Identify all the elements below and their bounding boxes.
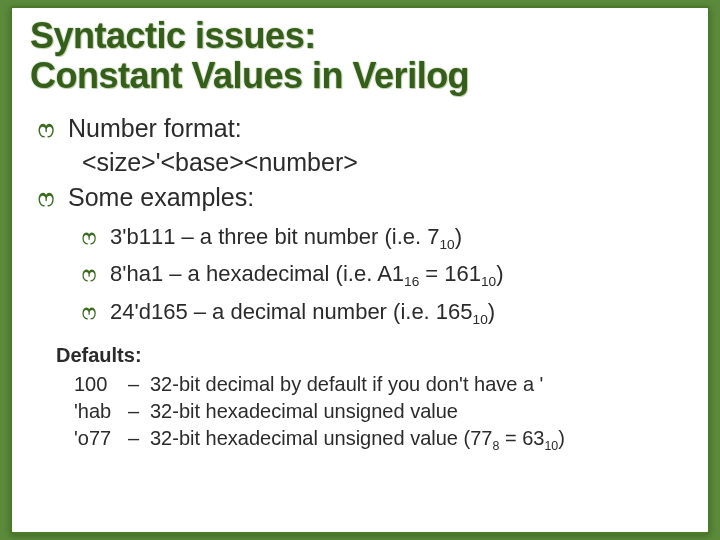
default-text: 32-bit hexadecimal unsigned value xyxy=(150,400,458,422)
subscript: 10 xyxy=(440,237,455,252)
example-code: 24'd165 xyxy=(110,299,188,324)
example-code: 8'ha1 xyxy=(110,261,163,286)
slide: Syntactic issues: Constant Values in Ver… xyxy=(10,6,710,534)
bullet-some-examples: ෆSome examples: xyxy=(38,180,690,215)
default-row-3: 'o77–32-bit hexadecimal unsigned value (… xyxy=(74,425,690,452)
default-row-1: 100–32-bit decimal by default if you don… xyxy=(74,371,690,398)
default-key: 100 xyxy=(74,371,128,398)
default-key: 'o77 xyxy=(74,425,128,452)
example-desc-b: ) xyxy=(455,224,462,249)
text: Number format: xyxy=(68,114,242,142)
bullet-icon: ෆ xyxy=(38,182,68,215)
defaults-heading: Defaults: xyxy=(56,344,690,367)
example-2: ෆ8'ha1 – a hexadecimal (i.e. A116 = 1611… xyxy=(82,258,690,290)
subscript: 10 xyxy=(473,312,488,327)
example-3: ෆ24'd165 – a decimal number (i.e. 16510) xyxy=(82,296,690,328)
text: Some examples: xyxy=(68,183,254,211)
slide-title: Syntactic issues: Constant Values in Ver… xyxy=(30,16,690,97)
default-text: 32-bit decimal by default if you don't h… xyxy=(150,373,543,395)
bullet-icon: ෆ xyxy=(82,260,110,290)
example-desc-b: ) xyxy=(488,299,495,324)
format-syntax: <size>'<base><number> xyxy=(82,145,690,180)
example-code: 3'b111 xyxy=(110,224,175,249)
bullet-icon: ෆ xyxy=(82,298,110,328)
defaults-block: Defaults: 100–32-bit decimal by default … xyxy=(56,344,690,452)
title-line-2: Constant Values in Verilog xyxy=(30,55,469,96)
example-desc-a: – a three bit number (i.e. 7 xyxy=(175,224,439,249)
subscript: 10 xyxy=(481,275,496,290)
dash: – xyxy=(128,425,150,452)
default-key: 'hab xyxy=(74,398,128,425)
example-1: ෆ3'b111 – a three bit number (i.e. 710) xyxy=(82,221,690,253)
example-desc-c: ) xyxy=(496,261,503,286)
title-line-1: Syntactic issues: xyxy=(30,15,316,56)
slide-body: ෆNumber format: <size>'<base><number> ෆS… xyxy=(30,111,690,452)
bullet-icon: ෆ xyxy=(38,113,68,146)
dash: – xyxy=(128,398,150,425)
bullet-icon: ෆ xyxy=(82,223,110,253)
example-desc-a: – a hexadecimal (i.e. A1 xyxy=(163,261,404,286)
default-row-2: 'hab–32-bit hexadecimal unsigned value xyxy=(74,398,690,425)
example-desc-b: = 161 xyxy=(419,261,481,286)
example-desc-a: – a decimal number (i.e. 165 xyxy=(188,299,473,324)
subscript: 10 xyxy=(544,439,558,453)
dash: – xyxy=(128,371,150,398)
default-text-b: = 63 xyxy=(499,427,544,449)
bullet-number-format: ෆNumber format: <size>'<base><number> xyxy=(38,111,690,180)
subscript: 16 xyxy=(404,275,419,290)
default-text-c: ) xyxy=(558,427,565,449)
default-text-a: 32-bit hexadecimal unsigned value (77 xyxy=(150,427,492,449)
